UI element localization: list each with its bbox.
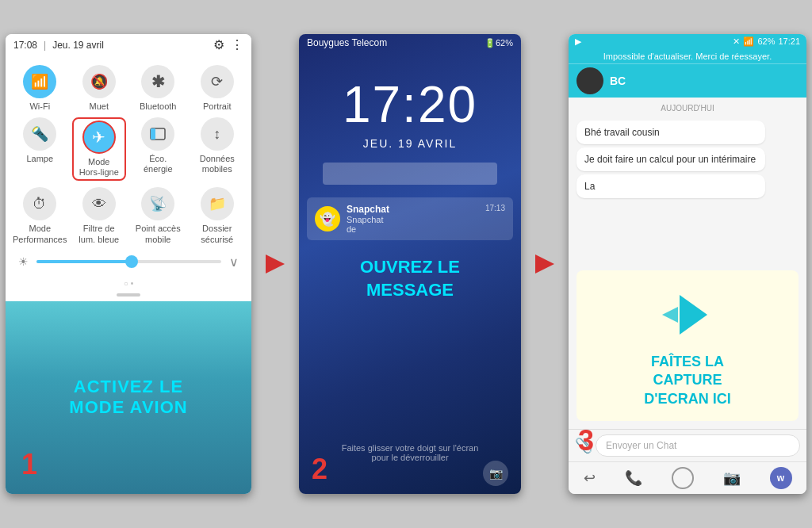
wifi-icon: 📶 [23,65,56,98]
status-time: 17:08 | Jeu. 19 avril [13,40,104,51]
battery-icon: 🔋62% [485,38,513,48]
chat-avatar [576,67,603,94]
data-icon: ↕ [201,117,234,151]
perf-icon: ⏱ [23,187,56,220]
capture-text: FAÎTES LA CAPTURE D'ECRAN ICI [644,353,730,408]
quick-mute[interactable]: 🔕 Muet [72,65,126,111]
phone-screen-3: ▶ ✕ 📶 62% 17:21 Impossible d'actualiser.… [569,34,806,494]
lamp-icon: 🔦 [23,117,56,151]
notification-content: Snapchat 17:13 Snapchatde [347,204,505,234]
unlock-text: Faites glisser votre doigt sur l'écranpo… [299,443,521,462]
lock-screen-time: 17:20 [299,75,521,134]
brightness-fill [36,260,129,263]
unlock-bar[interactable] [323,163,497,185]
chat-contact-name: BC [610,75,626,87]
svg-marker-5 [662,307,678,323]
capture-box: FAÎTES LA CAPTURE D'ECRAN ICI [576,270,799,421]
svg-rect-1 [151,128,155,140]
more-icon[interactable]: ⋮ [231,37,243,52]
airplane-icon: ✈ [82,121,116,154]
quick-eco[interactable]: Éco.énergie [131,117,185,181]
capture-logo [656,283,719,346]
expand-bar: ○ • [6,276,251,291]
svg-marker-3 [535,254,554,274]
message-1: Bhé travail cousin [576,121,765,144]
reply-icon[interactable]: ↩ [584,469,596,487]
message-2: Je doit faire un calcul pour un intérima… [576,147,765,171]
phone-screen-2: Bouygues Telecom 🔋62% 17:20 JEU. 19 AVRI… [299,34,521,494]
phone-icon[interactable]: 📞 [625,469,642,487]
chat-header: BC [569,64,806,98]
brightness-slider[interactable] [36,260,221,263]
status-bar-1: 17:08 | Jeu. 19 avril ⚙ ⋮ [6,34,251,55]
message-3: La [576,174,765,198]
quick-airplane[interactable]: ✈ ModeHors-ligne [72,117,126,181]
quick-hotspot[interactable]: 📡 Point accèsmobile [131,187,185,244]
brightness-sun-icon: ☀ [18,255,29,268]
nav-bar-3: ↩ 📞 📷 w [569,461,806,494]
status-bar-2: Bouygues Telecom 🔋62% [299,34,521,52]
quick-bluelight[interactable]: 👁 Filtre delum. bleue [72,187,126,244]
status-right-3: ✕ 📶 62% 17:21 [733,36,800,47]
wifi-icon-3: 📶 [743,36,754,47]
video-icon[interactable]: 📷 [723,469,741,487]
user-avatar-icon[interactable]: w [770,467,792,489]
mute-icon-3: ✕ [733,36,740,47]
chat-messages: AUJOURD'HUI Bhé travail cousin Je doit f… [569,98,806,262]
quick-row-1: 📶 Wi-Fi 🔕 Muet ✱ Bluetooth ⟳ Portrait [6,62,251,114]
battery-label-3: 62% [757,36,775,47]
phone-screen-1: 17:08 | Jeu. 19 avril ⚙ ⋮ 📶 Wi-Fi 🔕 M [6,34,251,494]
quick-row-2: 🔦 Lampe ✈ ModeHors-ligne Éco.énergie [6,114,251,184]
activate-section: ACTIVEZ LE MODE AVION [6,301,251,494]
svg-marker-4 [680,295,707,335]
settings-icon[interactable]: ⚙ [213,37,224,52]
notification-item[interactable]: 👻 Snapchat 17:13 Snapchatde [307,197,513,240]
input-bar: 📎 Envoyer un Chat [569,429,806,461]
brightness-row: ☀ ∨ [6,248,251,276]
quick-panel: 📶 Wi-Fi 🔕 Muet ✱ Bluetooth ⟳ Portrait [6,55,251,301]
error-bar: Impossible d'actualiser. Merci de réessa… [569,49,806,64]
portrait-icon: ⟳ [201,65,234,98]
brightness-chevron-icon: ∨ [229,254,239,270]
step-number-3: 3 [578,424,594,457]
home-icon[interactable] [672,467,694,489]
arrow-1 [259,248,291,280]
notif-time: 17:13 [485,204,505,215]
bluelight-icon: 👁 [82,187,116,220]
carrier-label: Bouygues Telecom [307,37,387,48]
bluetooth-icon: ✱ [141,65,174,98]
quick-lamp[interactable]: 🔦 Lampe [13,117,67,181]
message-input[interactable]: Envoyer un Chat [596,434,800,457]
step-number-1: 1 [21,448,37,481]
folder-icon: 📁 [201,187,234,220]
svg-marker-2 [266,254,285,274]
step-number-2: 2 [312,453,327,486]
brightness-knob [125,255,138,268]
quick-portrait[interactable]: ⟳ Portrait [190,65,244,111]
screens-container: 17:08 | Jeu. 19 avril ⚙ ⋮ 📶 Wi-Fi 🔕 M [0,0,812,528]
arrow-2 [529,248,561,280]
quick-data[interactable]: ↕ Donnéesmobiles [190,117,244,181]
camera-icon[interactable]: 📷 [483,461,508,486]
time-label: 17:08 [13,40,37,51]
play-icon: ▶ [575,36,581,47]
eco-icon [141,117,174,151]
quick-folder[interactable]: 📁 Dossiersécurisé [190,187,244,244]
activate-text: ACTIVEZ LE MODE AVION [69,377,187,418]
lock-screen-date: JEU. 19 AVRIL [299,137,521,150]
notif-app-name: Snapchat [347,204,389,215]
hotspot-icon: 📡 [141,187,174,220]
status-left-3: ▶ [575,36,581,47]
quick-bluetooth[interactable]: ✱ Bluetooth [131,65,185,111]
mute-icon: 🔕 [82,65,116,98]
quick-perf[interactable]: ⏱ ModePerformances [13,187,67,244]
status-icons-1: ⚙ ⋮ [213,37,243,52]
open-message-text: OUVREZ LE MESSAGE [299,256,521,301]
quick-wifi[interactable]: 📶 Wi-Fi [13,65,67,111]
expand-pill [117,293,140,297]
status-bar-3: ▶ ✕ 📶 62% 17:21 [569,34,806,49]
time-label-3: 17:21 [778,36,800,47]
notif-from: Snapchatde [347,215,505,234]
snapchat-icon: 👻 [315,206,340,231]
date-label: Jeu. 19 avril [52,40,104,51]
